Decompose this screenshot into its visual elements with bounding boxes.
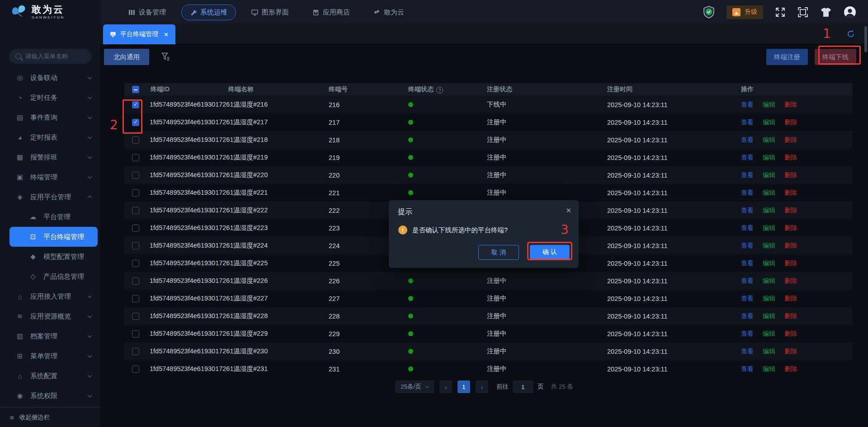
terminal-register-button[interactable]: 终端注册 — [766, 49, 808, 65]
view-link[interactable]: 查看 — [741, 295, 754, 303]
edit-link[interactable]: 编辑 — [763, 259, 775, 267]
filter-funnel-icon[interactable] — [161, 52, 170, 61]
view-link[interactable]: 查看 — [741, 330, 754, 338]
user-avatar[interactable] — [844, 6, 856, 19]
view-link[interactable]: 查看 — [741, 242, 754, 250]
view-link[interactable]: 查看 — [741, 206, 754, 215]
north-general-button[interactable]: 北向通用 — [104, 49, 149, 65]
edit-link[interactable]: 编辑 — [763, 101, 775, 109]
sidebar-item-archive-mgmt[interactable]: ▥档案管理 — [9, 326, 98, 346]
view-link[interactable]: 查看 — [741, 154, 754, 162]
edit-link[interactable]: 编辑 — [763, 347, 775, 356]
select-all-checkbox[interactable] — [132, 86, 139, 93]
delete-link[interactable]: 删除 — [784, 189, 797, 197]
next-page-button[interactable]: › — [476, 380, 488, 393]
sidebar-item-sys-perm[interactable]: ◉系统权限 — [9, 386, 98, 406]
tab-platform-terminal-mgmt[interactable]: 平台终端管理 ✕ — [103, 24, 175, 44]
edit-link[interactable]: 编辑 — [763, 330, 775, 338]
sidebar-item-model-config-mgmt[interactable]: ◆模型配置管理 — [9, 247, 98, 267]
dialog-close-icon[interactable]: ✕ — [566, 206, 571, 215]
view-link[interactable]: 查看 — [741, 224, 754, 232]
sidebar-item-menu-mgmt[interactable]: ⊞菜单管理 — [9, 346, 98, 366]
sidebar-item-product-info-mgmt[interactable]: ◇产品信息管理 — [9, 267, 98, 286]
sidebar-item-terminal-mgmt[interactable]: ▣终端管理 — [9, 167, 98, 187]
sidebar-item-event-query[interactable]: ▤事件查询 — [9, 108, 98, 127]
view-link[interactable]: 查看 — [741, 118, 754, 127]
row-checkbox[interactable] — [132, 225, 139, 232]
terminal-offline-button[interactable]: 终端下线 — [815, 49, 856, 65]
delete-link[interactable]: 删除 — [784, 224, 797, 232]
row-checkbox[interactable] — [132, 154, 139, 161]
delete-link[interactable]: 删除 — [784, 206, 797, 215]
row-checkbox[interactable] — [132, 172, 139, 179]
edit-link[interactable]: 编辑 — [763, 242, 775, 250]
edit-link[interactable]: 编辑 — [763, 312, 775, 320]
edit-link[interactable]: 编辑 — [763, 206, 775, 215]
sidebar-item-app-platform-mgmt[interactable]: ◈应用平台管理 — [9, 187, 98, 207]
confirm-button[interactable]: 确 认 — [530, 245, 570, 259]
delete-link[interactable]: 删除 — [784, 242, 797, 250]
view-link[interactable]: 查看 — [741, 136, 754, 144]
delete-link[interactable]: 删除 — [784, 101, 797, 109]
delete-link[interactable]: 删除 — [784, 347, 797, 356]
edit-link[interactable]: 编辑 — [763, 189, 775, 197]
sidebar-item-timed-task[interactable]: ◔定时任务 — [9, 88, 98, 108]
view-link[interactable]: 查看 — [741, 347, 754, 356]
row-checkbox[interactable] — [132, 348, 139, 355]
row-checkbox[interactable] — [132, 260, 139, 267]
sidebar-item-alarm-shift[interactable]: ▦报警排班 — [9, 147, 98, 167]
sidebar-item-platform-terminal-mgmt[interactable]: ⊡平台终端管理 — [9, 227, 98, 247]
edit-link[interactable]: 编辑 — [763, 154, 775, 162]
goto-page-input[interactable] — [513, 380, 533, 393]
nav-item-device-management[interactable]: 设备管理 — [120, 5, 174, 20]
view-link[interactable]: 查看 — [741, 312, 754, 320]
refresh-icon[interactable] — [846, 29, 855, 38]
row-checkbox[interactable] — [132, 119, 139, 126]
security-shield-icon[interactable] — [703, 6, 715, 19]
view-link[interactable]: 查看 — [741, 365, 754, 373]
row-checkbox[interactable] — [132, 101, 139, 108]
edit-link[interactable]: 编辑 — [763, 136, 775, 144]
cancel-button[interactable]: 取 消 — [478, 245, 519, 260]
edit-link[interactable]: 编辑 — [763, 118, 775, 127]
sidebar-item-sys-config[interactable]: ⌂系统配置 — [9, 366, 98, 386]
sidebar-item-app-resource-overview[interactable]: ≋应用资源概览 — [9, 306, 98, 326]
row-checkbox[interactable] — [132, 189, 139, 197]
view-link[interactable]: 查看 — [741, 171, 754, 179]
sidebar-item-platform-mgmt[interactable]: ☁平台管理 — [9, 207, 98, 227]
edit-link[interactable]: 编辑 — [763, 295, 775, 303]
delete-link[interactable]: 删除 — [784, 154, 797, 162]
nav-item-ganweiyun[interactable]: 敢为云 — [365, 5, 412, 20]
row-checkbox[interactable] — [132, 295, 139, 302]
row-checkbox[interactable] — [132, 207, 139, 214]
prev-page-button[interactable]: ‹ — [439, 380, 452, 393]
delete-link[interactable]: 删除 — [784, 295, 797, 303]
nav-item-system-ops[interactable]: 系统运维 — [181, 5, 236, 20]
fullscreen-expand-icon[interactable] — [775, 7, 786, 18]
delete-link[interactable]: 删除 — [784, 330, 797, 338]
menu-search[interactable] — [9, 49, 91, 64]
delete-link[interactable]: 删除 — [784, 171, 797, 179]
view-link[interactable]: 查看 — [741, 277, 754, 285]
row-checkbox[interactable] — [132, 313, 139, 320]
nav-item-graphic-ui[interactable]: 图形界面 — [243, 5, 297, 20]
sidebar-item-timed-report[interactable]: ◕定时报表 — [9, 127, 98, 147]
edit-link[interactable]: 编辑 — [763, 224, 775, 232]
upgrade-button[interactable]: 升级 — [726, 5, 763, 19]
nav-item-app-store[interactable]: 应用商店 — [304, 5, 358, 20]
delete-link[interactable]: 删除 — [784, 259, 797, 267]
delete-link[interactable]: 删除 — [784, 118, 797, 127]
row-checkbox[interactable] — [132, 136, 139, 144]
row-checkbox[interactable] — [132, 366, 139, 373]
delete-link[interactable]: 删除 — [784, 277, 797, 285]
row-checkbox[interactable] — [132, 330, 139, 338]
edit-link[interactable]: 编辑 — [763, 277, 775, 285]
current-page-button[interactable]: 1 — [458, 380, 470, 393]
view-link[interactable]: 查看 — [741, 189, 754, 197]
sidebar-item-app-access-mgmt[interactable]: ⌂应用接入管理 — [9, 286, 98, 306]
search-input[interactable] — [25, 53, 89, 60]
edit-link[interactable]: 编辑 — [763, 365, 775, 373]
collapse-sidebar-button[interactable]: ≡ 收起侧边栏 — [0, 407, 100, 427]
sidebar-item-device-link[interactable]: ◎设备联动 — [9, 68, 98, 88]
frame-capture-icon[interactable] — [797, 7, 808, 18]
